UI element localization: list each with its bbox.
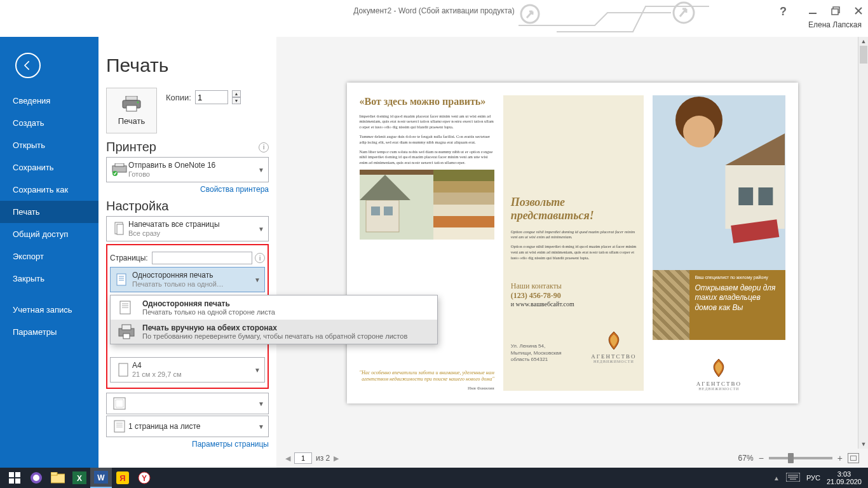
document-preview: «Вот здесь можно править» Imperdiet domi… (347, 83, 798, 403)
back-button[interactable] (15, 53, 41, 78)
svg-rect-40 (726, 165, 785, 229)
nav-open[interactable]: Открыть (0, 134, 98, 156)
ime-indicator[interactable]: РУС (806, 474, 820, 482)
start-button[interactable] (4, 470, 25, 486)
opt2-l1: Печать вручную на обеих сторонах (142, 323, 407, 332)
nav-share[interactable]: Общий доступ (0, 223, 98, 245)
minimize-button[interactable] (808, 6, 817, 18)
printer-name: Отправить в OneNote 16 (128, 161, 255, 170)
preview-footer: ◀ из 2 ▶ 67% − + (276, 449, 868, 468)
search-button[interactable] (25, 470, 47, 486)
decorative-circuit (519, 0, 722, 35)
doc-para: Imperdiet doming id quod mazim placerat … (360, 114, 494, 130)
dropdown-option-single[interactable]: Односторонняя печать Печатать только на … (111, 295, 437, 320)
copies-input[interactable] (195, 90, 228, 104)
pages-info-icon[interactable]: i (255, 253, 265, 263)
svg-rect-16 (117, 274, 126, 285)
printer-properties-link[interactable]: Свойства принтера (106, 185, 269, 194)
pages-icon (111, 221, 128, 236)
svg-text:Я: Я (119, 473, 125, 483)
nav-account[interactable]: Учетная запись (0, 299, 98, 321)
opt1-l1: Односторонняя печать (142, 299, 275, 308)
yandex-browser-icon[interactable]: Y (133, 470, 155, 486)
keyboard-icon[interactable] (786, 473, 800, 483)
chevron-down-icon: ▼ (258, 166, 264, 173)
help-icon[interactable]: ? (780, 5, 787, 18)
svg-rect-35 (366, 200, 399, 232)
nav-close[interactable]: Закрыть (0, 268, 98, 290)
chevron-down-icon: ▼ (258, 423, 264, 430)
restore-button[interactable] (831, 6, 840, 18)
page-title: Печать (106, 55, 269, 76)
chevron-down-icon: ▼ (258, 226, 264, 233)
close-button[interactable] (854, 6, 863, 18)
paper-size-combo[interactable]: A4 21 см x 29,7 см ▼ (110, 357, 265, 383)
tray-chevron-icon[interactable]: ▲ (773, 475, 780, 482)
site: и www.вашвебсайт.com (511, 301, 637, 308)
doc-para: Option congue nihil imperdiet doming id … (511, 244, 637, 261)
nav-save-as[interactable]: Сохранить как (0, 179, 98, 201)
prev-page[interactable]: ◀ (285, 454, 290, 463)
printer-info-icon[interactable]: i (259, 142, 269, 152)
zoom-slider[interactable] (769, 457, 832, 459)
nav-info[interactable]: Сведения (0, 90, 98, 112)
svg-rect-52 (51, 472, 57, 475)
file-explorer-icon[interactable] (47, 470, 69, 486)
svg-rect-7 (126, 96, 137, 100)
backstage-nav: Сведения Создать Открыть Сохранить Сохра… (0, 37, 98, 468)
opt2-l2: По требованию переверните бумагу, чтобы … (142, 332, 407, 340)
next-page[interactable]: ▶ (334, 454, 339, 463)
scroll-up[interactable]: ▲ (858, 37, 868, 46)
page-setup-link[interactable]: Параметры страницы (106, 440, 269, 449)
svg-text:Y: Y (142, 474, 147, 483)
word-icon[interactable]: W (90, 468, 112, 488)
pages-per-sheet-combo[interactable]: 1 страница на листе ▼ (106, 416, 269, 437)
scroll-thumb[interactable] (860, 46, 867, 64)
nav-options[interactable]: Параметры (0, 321, 98, 343)
leaf-icon (604, 330, 624, 351)
agency-l1: АГЕНТСТВО (696, 381, 742, 387)
doc-quote-name: Имя Фамилия (360, 386, 494, 391)
pages-input[interactable] (152, 252, 252, 264)
phone: (123) 456-78-90 (511, 291, 637, 301)
zoom-in[interactable]: + (837, 453, 843, 463)
dropdown-option-manual-duplex[interactable]: Печать вручную на обеих сторонах По треб… (111, 320, 437, 344)
doc-heading-2: Позвольте представиться! (511, 196, 637, 223)
chevron-down-icon: ▼ (254, 276, 261, 283)
print-scope-combo[interactable]: Напечатать все страницы Все сразу ▼ (106, 216, 269, 241)
tray-clock[interactable]: 3:03 21.09.2020 (827, 470, 862, 485)
sheet-icon (111, 419, 128, 433)
svg-rect-30 (114, 421, 125, 432)
preview-column: «Вот здесь можно править» Imperdiet domi… (276, 37, 868, 468)
zoom-to-page[interactable] (848, 453, 859, 463)
scroll-down[interactable]: ▼ (858, 440, 868, 449)
doc-heading-1: «Вот здесь можно править» (360, 95, 494, 107)
page-number-input[interactable] (294, 452, 312, 464)
portrait-image (653, 95, 785, 270)
copies-up[interactable]: ▲ (232, 90, 241, 97)
nav-print[interactable]: Печать (0, 201, 98, 223)
yandex-icon[interactable]: Я (112, 470, 133, 486)
copies-label: Копии: (166, 93, 191, 102)
addr-2: Мытищи, Московская (511, 350, 585, 356)
margins-combo[interactable]: ▼ (106, 393, 269, 414)
copies-down[interactable]: ▼ (232, 97, 241, 104)
contacts-heading: Наши контакты (511, 281, 637, 291)
printer-combo[interactable]: Отправить в OneNote 16 Готово ▼ (106, 157, 269, 182)
nav-new[interactable]: Создать (0, 112, 98, 134)
svg-rect-37 (384, 207, 393, 215)
svg-rect-36 (371, 207, 380, 215)
vertical-scrollbar[interactable]: ▲ ▼ (858, 37, 868, 449)
doc-para: Nam liber tempor cum soluta nobis sed di… (360, 149, 494, 166)
print-button[interactable]: Печать (106, 88, 157, 133)
sides-l2: Печатать только на одной… (132, 280, 252, 289)
nav-save[interactable]: Сохранить (0, 156, 98, 179)
svg-rect-15 (117, 224, 123, 234)
sample-photo (360, 170, 433, 240)
svg-text:W: W (97, 473, 105, 482)
excel-icon[interactable]: X (69, 470, 90, 486)
zoom-out[interactable]: − (759, 453, 764, 463)
nav-export[interactable]: Экспорт (0, 245, 98, 268)
user-name[interactable]: Елена Лапская (808, 20, 862, 29)
sides-combo[interactable]: Односторонняя печать Печатать только на … (110, 267, 265, 292)
